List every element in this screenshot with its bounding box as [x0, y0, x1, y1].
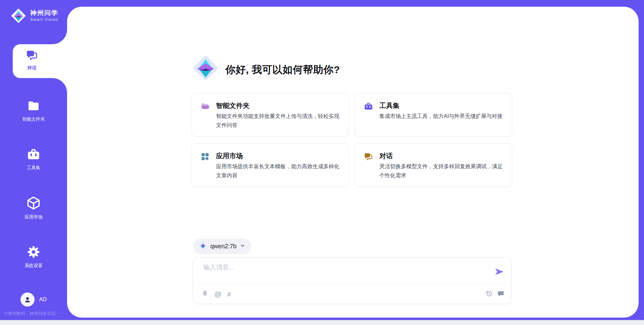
tab-notch-bottom: [52, 78, 67, 93]
user-name: AD: [39, 297, 47, 303]
feedback-bubble-icon[interactable]: [497, 290, 504, 299]
folder-icon: [27, 99, 40, 114]
model-selector[interactable]: qwen2:7b: [193, 239, 251, 254]
sidebar-item-toolset[interactable]: 工具集: [0, 148, 67, 171]
card-description: 应用市场提供丰富长文本模板，助力高效生成多样化文章内容: [216, 162, 341, 180]
grid-icon: [201, 152, 210, 161]
card-smart-folder[interactable]: 智能文件夹 智能文件夹功能支持批量文件上传与清洗，轻松实现文件问答: [191, 93, 349, 137]
card-title: 智能文件夹: [216, 101, 250, 110]
sidebar-item-label: 工具集: [27, 165, 41, 171]
sidebar-item-settings[interactable]: 系统设置: [0, 245, 67, 269]
brand: 神州问学 Smart Vision: [11, 8, 58, 25]
card-title: 工具集: [379, 101, 399, 110]
copyright-footer: ©神州数码 · 神州问学出品: [5, 311, 56, 317]
greeting-title: 你好, 我可以如何帮助你?: [225, 63, 340, 77]
card-app-market[interactable]: 应用市场 应用市场提供丰富长文本模板，助力高效生成多样化文章内容: [191, 143, 349, 187]
gear-icon: [26, 245, 41, 260]
card-title: 对话: [379, 151, 393, 160]
chevron-down-icon: [240, 243, 245, 250]
main-panel: 你好, 我可以如何帮助你? 智能文件夹 智能文件夹功能支持批量文件上传与清洗，轻…: [67, 7, 639, 318]
message-composer: @ #: [193, 257, 512, 304]
briefcase-icon: [27, 148, 40, 162]
chat-icon: [364, 152, 373, 161]
hero-diamond-icon: [192, 55, 219, 81]
sidebar-item-label: 应用市场: [24, 214, 43, 220]
sidebar-item-app-market[interactable]: 应用市场: [0, 196, 67, 220]
sidebar-item-label: 系统设置: [24, 263, 43, 269]
brand-name: 神州问学: [30, 9, 58, 17]
attach-icon[interactable]: [201, 290, 209, 299]
open-folder-icon: [201, 102, 210, 111]
tab-notch-top: [52, 29, 67, 44]
user-profile[interactable]: AD: [0, 292, 67, 307]
model-name: qwen2:7b: [210, 243, 236, 250]
card-description: 集成市场上主流工具，助力AI与外界无缝扩展与对接: [379, 112, 504, 121]
sidebar-item-label: 智能文件夹: [22, 116, 45, 122]
sidebar: 神州问学 Smart Vision 对话: [0, 0, 67, 320]
cube-icon: [26, 196, 41, 212]
sidebar-item-label: 对话: [28, 65, 37, 71]
sidebar-item-chat[interactable]: 对话: [13, 44, 67, 78]
chat-icon: [26, 49, 38, 63]
model-diamond-icon: [199, 242, 207, 251]
message-input[interactable]: [203, 262, 479, 281]
window-bottom-strip: [0, 320, 644, 325]
brand-subtitle: Smart Vision: [30, 17, 58, 21]
card-title: 应用市场: [216, 151, 243, 160]
composer-divider: [198, 283, 506, 284]
card-toolset[interactable]: 工具集 集成市场上主流工具，助力AI与外界无缝扩展与对接: [355, 93, 512, 137]
mention-icon[interactable]: @: [214, 290, 221, 298]
card-description: 智能文件夹功能支持批量文件上传与清洗，轻松实现文件问答: [216, 112, 341, 130]
feature-cards: 智能文件夹 智能文件夹功能支持批量文件上传与清洗，轻松实现文件问答 工具集 集成…: [191, 93, 512, 187]
avatar: [20, 292, 35, 307]
brand-diamond-icon: [11, 8, 26, 25]
card-chat[interactable]: 对话 灵活切换多模型文件，支持多样回复效果调试，满足个性化需求: [355, 143, 512, 187]
send-icon[interactable]: [495, 268, 504, 276]
history-icon[interactable]: [485, 290, 493, 299]
briefcase-icon: [364, 102, 373, 111]
hash-icon[interactable]: #: [227, 290, 231, 298]
app-root: 神州问学 Smart Vision 对话: [0, 0, 644, 325]
card-description: 灵活切换多模型文件，支持多样回复效果调试，满足个性化需求: [379, 162, 504, 180]
sidebar-item-smart-folder[interactable]: 智能文件夹: [0, 99, 67, 122]
